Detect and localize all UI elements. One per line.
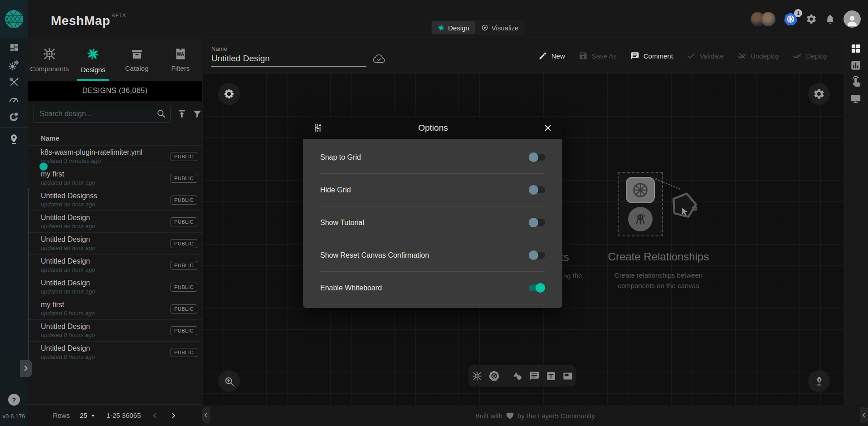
design-row[interactable]: k8s-wasm-plugin-ratelimiter.yml updated …: [28, 145, 202, 167]
dock-components-icon[interactable]: [472, 371, 483, 382]
meshery-logo[interactable]: [0, 0, 28, 38]
design-name: Untitled Design: [41, 257, 95, 265]
design-row[interactable]: Untitled Design updated an hour ago PUBL…: [28, 211, 202, 232]
search-row: [28, 101, 202, 127]
nav-lifecycle-gears-icon[interactable]: [0, 56, 28, 73]
catalog-archive-icon: [130, 47, 144, 61]
design-row[interactable]: Untitled Design updated 8 hours ago PUBL…: [28, 341, 202, 363]
enable-whiteboard-toggle[interactable]: [529, 284, 545, 291]
tab-components[interactable]: Components: [28, 38, 71, 81]
toggle-knob: [536, 283, 545, 293]
search-design-input[interactable]: [34, 105, 171, 123]
dock-media-icon[interactable]: [562, 371, 573, 382]
right-tool-rail: [844, 38, 868, 405]
comment-button[interactable]: Comment: [630, 51, 673, 60]
context-count-badge: 1: [794, 9, 802, 17]
rows-per-page-value: 25: [80, 411, 88, 419]
kubernetes-context-button[interactable]: 1: [784, 12, 798, 26]
save-as-button[interactable]: Save As: [579, 51, 617, 60]
nav-meshmap-pin-icon[interactable]: [0, 130, 28, 147]
nav-dashboard-icon[interactable]: [0, 39, 28, 56]
setting-label: Enable Whiteboard: [320, 284, 382, 292]
close-icon[interactable]: [543, 123, 552, 132]
collaborator-avatar-2[interactable]: [761, 12, 775, 26]
footer-right-collapse-handle[interactable]: [860, 407, 868, 423]
touch-interaction-icon[interactable]: [850, 76, 862, 88]
design-updated: updated an hour ago: [41, 288, 95, 295]
tab-filters[interactable]: Filters: [159, 38, 202, 81]
setting-enable-whiteboard: Enable Whiteboard: [320, 272, 545, 304]
pen-tool-button[interactable]: [808, 370, 830, 392]
display-monitor-icon[interactable]: [850, 93, 862, 105]
snap-to-grid-toggle[interactable]: [529, 154, 545, 161]
design-row[interactable]: Untitled Designss updated an hour ago PU…: [28, 189, 202, 211]
design-row[interactable]: Untitled Design updated an hour ago PUBL…: [28, 254, 202, 276]
design-name: my first: [41, 170, 95, 178]
tab-design-label: Design: [448, 24, 469, 32]
design-row[interactable]: Untitled Design updated 8 hours ago PUBL…: [28, 319, 202, 341]
show-tutorial-toggle[interactable]: [529, 219, 545, 226]
design-row[interactable]: Untitled Design updated an hour ago PUBL…: [28, 232, 202, 254]
person-icon: [845, 13, 859, 28]
setting-label: Hide Grid: [320, 186, 351, 194]
prev-page-button[interactable]: [151, 411, 159, 420]
account-avatar[interactable]: [844, 10, 861, 28]
filter-funnel-icon[interactable]: [192, 109, 202, 119]
design-updated: updated 8 hours ago: [41, 332, 95, 338]
header-right-cluster: 1: [751, 0, 861, 38]
tab-visualize[interactable]: Visualize: [476, 21, 524, 34]
toolbar-actions: New Save As Comment Validate Undeploy De…: [538, 38, 827, 73]
hide-grid-toggle[interactable]: [529, 186, 545, 193]
next-page-button[interactable]: [169, 411, 177, 420]
views-grid-icon[interactable]: [850, 43, 862, 54]
new-button[interactable]: New: [538, 51, 565, 60]
dock-comment-icon[interactable]: [529, 371, 540, 382]
undeploy-button[interactable]: Undeploy: [737, 51, 779, 60]
charts-icon[interactable]: [850, 59, 862, 71]
app-footer: Built with by the Layer5 Community: [202, 405, 868, 426]
panel-scrollbar[interactable]: [28, 188, 29, 374]
sidebar-expand-handle[interactable]: [20, 360, 32, 377]
setting-label: Show Tutorial: [320, 219, 364, 227]
footer-left-collapse-handle[interactable]: [202, 407, 210, 423]
deploy-button[interactable]: Deploy: [793, 51, 827, 60]
canvas-dock: [468, 365, 576, 387]
meshmap-app: MeshMap BETA Design Visualize 1: [0, 0, 868, 426]
setting-label: Show Reset Canvas Confirmation: [320, 251, 429, 260]
pagination-range: 1-25 36065: [107, 411, 141, 419]
validate-button[interactable]: Validate: [687, 51, 724, 60]
nav-service-mesh-icon[interactable]: [0, 108, 28, 125]
setting-show-reset-canvas-confirmation: Show Reset Canvas Confirmation: [320, 239, 545, 272]
settings-gear-icon[interactable]: [806, 14, 817, 24]
tab-designs[interactable]: Designs: [71, 38, 115, 81]
heart-icon: [506, 411, 514, 420]
design-name: Untitled Design: [41, 344, 95, 353]
zoom-in-button[interactable]: [218, 370, 240, 392]
nav-performance-gauge-icon[interactable]: [0, 91, 28, 108]
crossed-double-check-icon: [737, 51, 746, 60]
octopus-node-circle: [628, 207, 653, 231]
reset-canvas-confirmation-toggle[interactable]: [529, 252, 545, 259]
tab-design[interactable]: Design: [432, 21, 475, 34]
tab-catalog[interactable]: Catalog: [115, 38, 159, 81]
rail-divider: [0, 150, 28, 150]
nav-toolkit-icon[interactable]: [0, 73, 28, 91]
notifications-bell-icon[interactable]: [825, 14, 835, 24]
hint-line-1: Create relationships between: [590, 270, 727, 281]
dock-shapes-icon[interactable]: [512, 371, 523, 382]
design-row[interactable]: my first updated 6 hours ago PUBLIC: [28, 298, 202, 319]
dock-text-icon[interactable]: [546, 371, 556, 382]
cursor-arrow-icon: [679, 206, 690, 217]
arrange-flower-button[interactable]: [218, 83, 240, 105]
help-button[interactable]: ?: [8, 394, 20, 406]
canvas-settings-button[interactable]: [808, 83, 830, 105]
setting-show-tutorial: Show Tutorial: [320, 206, 545, 239]
dock-kubernetes-icon[interactable]: [488, 370, 500, 382]
design-row[interactable]: Untitled Design updated an hour ago PUBL…: [28, 276, 202, 298]
import-design-icon[interactable]: [177, 109, 187, 119]
design-row[interactable]: my first updated an hour ago PUBLIC: [28, 167, 202, 189]
rows-per-page-select[interactable]: 25: [80, 411, 97, 419]
design-name-input[interactable]: [211, 54, 366, 67]
rows-label: Rows: [53, 411, 70, 419]
double-check-icon: [793, 51, 802, 60]
